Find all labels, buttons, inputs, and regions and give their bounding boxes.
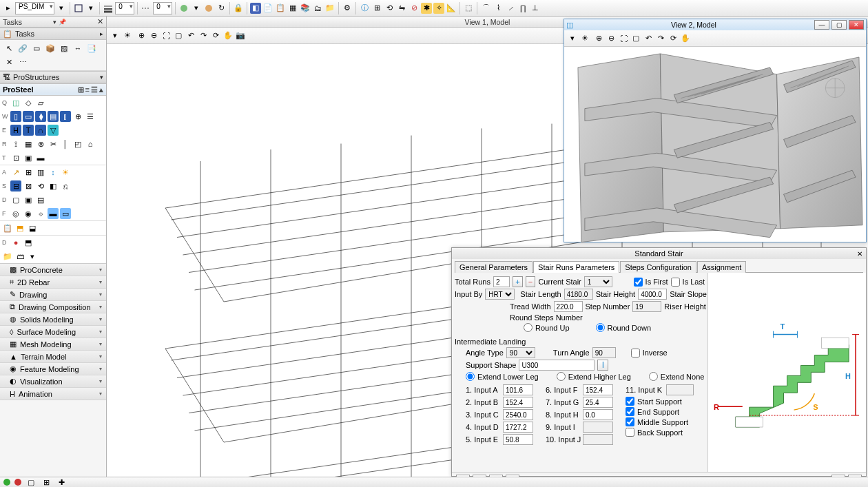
more-icon[interactable]: ⋯: [17, 56, 29, 68]
status-tool2-icon[interactable]: ⊞: [41, 477, 52, 487]
sun-icon[interactable]: ☀: [122, 30, 133, 41]
input-f[interactable]: [583, 384, 613, 395]
mirror-icon[interactable]: ⇋: [396, 3, 407, 14]
highlight-icon[interactable]: ✱: [421, 3, 432, 14]
more3-icon[interactable]: ⌂: [85, 138, 96, 149]
rect-tool-icon[interactable]: [73, 3, 84, 14]
grid-icon[interactable]: ▦: [23, 138, 34, 149]
linetype-icon[interactable]: [141, 3, 152, 14]
coords-icon[interactable]: ⊞: [371, 3, 382, 14]
ladder-icon[interactable]: ☰: [85, 111, 96, 122]
view-detail-icon[interactable]: ☰: [91, 85, 98, 94]
more2-icon[interactable]: ◰: [72, 138, 83, 149]
s2-icon[interactable]: ⊠: [23, 180, 34, 191]
extend-higher-radio[interactable]: [557, 372, 566, 381]
settings-icon[interactable]: ⚙: [342, 3, 353, 14]
fit-icon[interactable]: ⛶: [618, 33, 629, 44]
plate-icon[interactable]: ▱: [35, 97, 46, 108]
lock-icon[interactable]: 🔒: [233, 3, 244, 14]
joint-icon[interactable]: ◇: [23, 97, 34, 108]
collapse-icon[interactable]: ▴: [99, 85, 103, 94]
input-e[interactable]: [503, 434, 533, 445]
shape5-icon[interactable]: ⊥: [530, 3, 541, 14]
s4-icon[interactable]: ◧: [48, 180, 59, 191]
close-icon[interactable]: ✕: [97, 17, 103, 26]
dialog-close-icon[interactable]: ✕: [855, 249, 865, 257]
linetype-combo[interactable]: 0: [153, 2, 172, 14]
is-last-checkbox[interactable]: [671, 278, 680, 287]
pattern-icon[interactable]: ▨: [58, 42, 70, 54]
remove-run-button[interactable]: −: [526, 276, 536, 287]
camera-icon[interactable]: 📷: [235, 30, 246, 41]
tab-assignment[interactable]: Assignment: [697, 261, 746, 273]
t1-icon[interactable]: ⊡: [10, 152, 21, 163]
group-mesh[interactable]: ▦Mesh Modeling▾: [0, 338, 106, 351]
sec1-icon[interactable]: H: [10, 125, 21, 136]
stair-height-input[interactable]: [638, 289, 667, 300]
nextview-icon[interactable]: ↷: [655, 33, 666, 44]
dropdown-icon[interactable]: ▾: [85, 3, 96, 14]
sun-icon[interactable]: ☀: [579, 33, 590, 44]
current-stair-select[interactable]: 1: [584, 276, 612, 287]
rotateview-icon[interactable]: ⟳: [668, 33, 679, 44]
tread-width-input[interactable]: [554, 301, 583, 312]
view-menu-icon[interactable]: ▾: [567, 33, 578, 44]
i3-icon[interactable]: ▾: [27, 251, 38, 262]
shape4-icon[interactable]: ∏: [517, 3, 528, 14]
input-a[interactable]: [503, 384, 533, 395]
angle-type-select[interactable]: 90: [506, 347, 535, 358]
shape3-icon[interactable]: ⟋: [505, 3, 516, 14]
beam2-icon[interactable]: ▭: [23, 111, 34, 122]
g3-icon[interactable]: ⬓: [27, 222, 38, 234]
group-anim[interactable]: HAnimation▾: [0, 388, 106, 400]
tab-steps[interactable]: Steps Configuration: [620, 261, 696, 273]
pan-icon[interactable]: ✋: [223, 30, 234, 41]
disable-icon[interactable]: ⊘: [409, 3, 420, 14]
d1-icon[interactable]: ▢: [10, 194, 21, 205]
h1-icon[interactable]: ●: [10, 237, 21, 248]
zoomout-icon[interactable]: ⊖: [606, 33, 617, 44]
layers-icon[interactable]: 🗂: [312, 3, 323, 14]
beam-icon[interactable]: ◫: [10, 97, 21, 108]
tasks-tab[interactable]: 📋 Tasks ▸: [0, 28, 106, 40]
info-icon[interactable]: ⓘ: [359, 3, 370, 14]
cross-icon[interactable]: ✕: [3, 56, 15, 68]
f3-icon[interactable]: ⟐: [35, 208, 46, 219]
a3-icon[interactable]: ▥: [35, 167, 46, 178]
window-icon[interactable]: ▢: [173, 30, 184, 41]
input-c[interactable]: [503, 409, 533, 420]
shape2-icon[interactable]: ⌇: [493, 3, 504, 14]
shape1-icon[interactable]: ⌒: [480, 3, 491, 14]
layer-combo[interactable]: PS_DIM: [15, 2, 54, 14]
dim-icon[interactable]: ↔: [72, 42, 84, 54]
tab-general[interactable]: General Parameters: [455, 261, 533, 273]
input-by-select[interactable]: HRT: [485, 289, 515, 300]
t3-icon[interactable]: ▬: [35, 152, 46, 163]
arc-icon[interactable]: │: [60, 138, 71, 149]
place-icon[interactable]: 📦: [44, 42, 56, 54]
t2-icon[interactable]: ▣: [23, 152, 34, 163]
stair-titlebar[interactable]: Standard Stair ✕: [452, 248, 866, 259]
cube2-icon[interactable]: ▦: [287, 3, 298, 14]
close-button[interactable]: ✕: [849, 20, 864, 30]
maximize-button[interactable]: ▢: [831, 20, 847, 30]
page-icon[interactable]: 📄: [262, 3, 273, 14]
g2-icon[interactable]: ⬒: [14, 222, 25, 234]
highlight2-icon[interactable]: ✧: [433, 3, 444, 14]
sec4-icon[interactable]: ▽: [48, 125, 59, 136]
app-icon[interactable]: ▸: [3, 3, 14, 14]
prostructures-section[interactable]: 🏗 ProStructures ▾: [0, 71, 106, 83]
copy-icon[interactable]: 📋: [275, 3, 286, 14]
stack-icon[interactable]: 📚: [300, 3, 311, 14]
conn-icon[interactable]: ⊕: [72, 111, 83, 122]
a5-icon[interactable]: ☀: [60, 167, 71, 178]
a4-icon[interactable]: ↕: [48, 167, 59, 178]
group-solids[interactable]: ◍Solids Modeling▾: [0, 313, 106, 326]
extend-none-radio[interactable]: [649, 372, 658, 381]
status-tool1-icon[interactable]: ▢: [25, 477, 37, 487]
pan-icon[interactable]: ✋: [680, 33, 691, 44]
i2-icon[interactable]: 🗃: [14, 251, 25, 262]
i1-icon[interactable]: 📁: [2, 251, 13, 262]
view2-header[interactable]: ◫ View 2, Model — ▢ ✕: [564, 19, 866, 30]
is-first-checkbox[interactable]: [634, 278, 643, 287]
